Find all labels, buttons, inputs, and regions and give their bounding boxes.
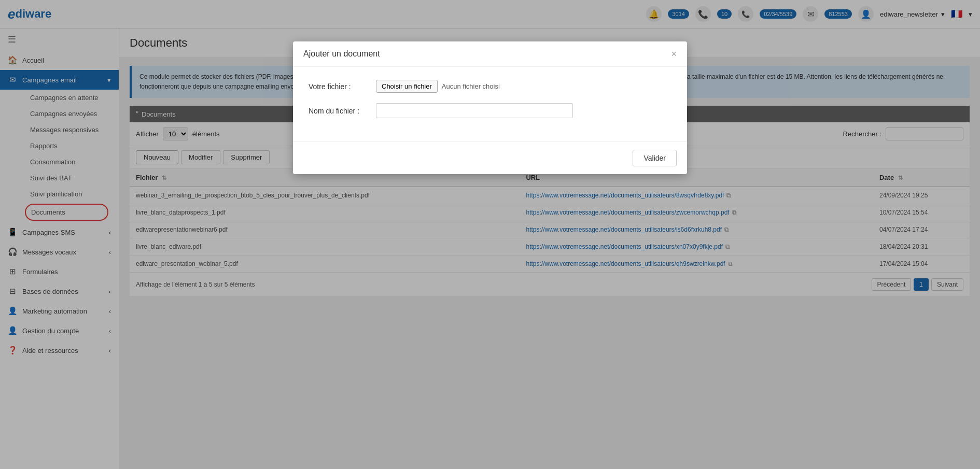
- validate-button[interactable]: Valider: [633, 150, 677, 166]
- modal-title: Ajouter un document: [303, 49, 380, 59]
- name-label: Nom du fichier :: [309, 107, 376, 115]
- modal-close-button[interactable]: ×: [671, 49, 677, 59]
- modal-body: Votre fichier : Choisir un fichier Aucun…: [293, 67, 687, 141]
- modal-overlay[interactable]: Ajouter un document × Votre fichier : Ch…: [0, 0, 980, 469]
- choose-file-button[interactable]: Choisir un fichier: [376, 80, 438, 93]
- modal: Ajouter un document × Votre fichier : Ch…: [293, 41, 687, 174]
- file-no-chosen-text: Aucun fichier choisi: [442, 82, 500, 90]
- modal-footer: Valider: [293, 141, 687, 174]
- filename-input[interactable]: [376, 103, 573, 118]
- file-upload-row: Votre fichier : Choisir un fichier Aucun…: [309, 80, 671, 93]
- modal-header: Ajouter un document ×: [293, 41, 687, 67]
- file-label: Votre fichier :: [309, 82, 376, 91]
- filename-row: Nom du fichier :: [309, 103, 671, 118]
